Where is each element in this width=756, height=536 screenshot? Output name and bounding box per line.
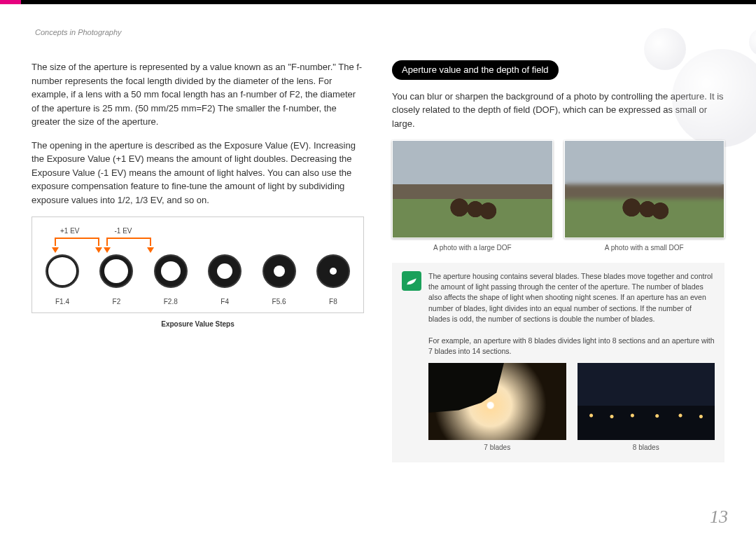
- aperture-stop: F2: [94, 253, 138, 307]
- svg-point-14: [274, 266, 285, 277]
- dof-photo-row: [392, 140, 724, 238]
- caption-small-dof: A photo with a small DOF: [564, 242, 725, 253]
- photo-small-dof: [564, 140, 725, 238]
- svg-point-17: [330, 268, 337, 275]
- exposure-value-diagram: +1 EV -1 EV F1.4F2F2.8F4F5.6F8: [31, 217, 364, 313]
- page-number: 13: [710, 507, 728, 528]
- section-heading: Aperture value and the depth of field: [392, 60, 559, 80]
- aperture-label: F2: [94, 296, 138, 307]
- aperture-row: F1.4F2F2.8F4F5.6F8: [39, 250, 356, 307]
- right-column: Aperture value and the depth of field Yo…: [392, 60, 724, 462]
- svg-point-2: [48, 257, 76, 285]
- aperture-stop: F8: [312, 253, 355, 307]
- ev-arrows: [39, 238, 356, 250]
- photo-large-dof: [392, 140, 553, 238]
- svg-point-11: [217, 263, 232, 279]
- breadcrumb: Concepts in Photography: [35, 28, 122, 36]
- ev-label-plus: +1 EV: [60, 226, 80, 236]
- aperture-stop: F1.4: [41, 253, 84, 307]
- body-paragraph: The size of the aperture is represented …: [31, 60, 364, 129]
- aperture-label: F5.6: [258, 296, 301, 307]
- body-paragraph: You can blur or sharpen the background o…: [392, 90, 724, 131]
- aperture-stop: F2.8: [149, 253, 192, 307]
- note-icon: [402, 271, 421, 291]
- ev-caption: Exposure Value Steps: [31, 319, 364, 329]
- photo-8-blades: [578, 363, 715, 440]
- aperture-icon: [44, 253, 80, 289]
- photo-7-blades: [428, 363, 566, 440]
- caption-7-blades: 7 blades: [428, 443, 566, 453]
- left-column: The size of the aperture is represented …: [31, 60, 364, 462]
- aperture-icon: [315, 253, 351, 289]
- page-content: The size of the aperture is represented …: [0, 4, 756, 462]
- aperture-icon: [206, 253, 243, 289]
- dof-captions: A photo with a large DOF A photo with a …: [392, 240, 724, 253]
- aperture-label: F8: [312, 296, 355, 307]
- note-paragraph: For example, an aperture with 8 blades d…: [402, 336, 715, 357]
- blade-captions: 7 blades 8 blades: [402, 443, 715, 453]
- aperture-icon: [98, 253, 134, 289]
- aperture-icon: [153, 253, 189, 289]
- note-paragraph: The aperture housing contains several bl…: [428, 271, 715, 324]
- aperture-label: F4: [203, 296, 246, 307]
- svg-point-8: [161, 261, 181, 281]
- aperture-stop: F4: [203, 253, 246, 307]
- info-note: The aperture housing contains several bl…: [392, 263, 724, 462]
- ev-top-labels: +1 EV -1 EV: [39, 226, 356, 236]
- ev-label-minus: -1 EV: [115, 226, 132, 236]
- arrow-minus-ev: [106, 238, 151, 249]
- aperture-stop: F5.6: [258, 253, 301, 307]
- aperture-label: F2.8: [149, 296, 192, 307]
- svg-point-5: [104, 259, 128, 283]
- blade-photo-row: [402, 363, 715, 440]
- caption-large-dof: A photo with a large DOF: [392, 242, 553, 253]
- aperture-icon: [261, 253, 298, 289]
- body-paragraph: The opening in the aperture is described…: [31, 139, 364, 207]
- aperture-label: F1.4: [41, 296, 84, 307]
- arrow-plus-ev: [55, 238, 99, 249]
- caption-8-blades: 8 blades: [578, 443, 715, 453]
